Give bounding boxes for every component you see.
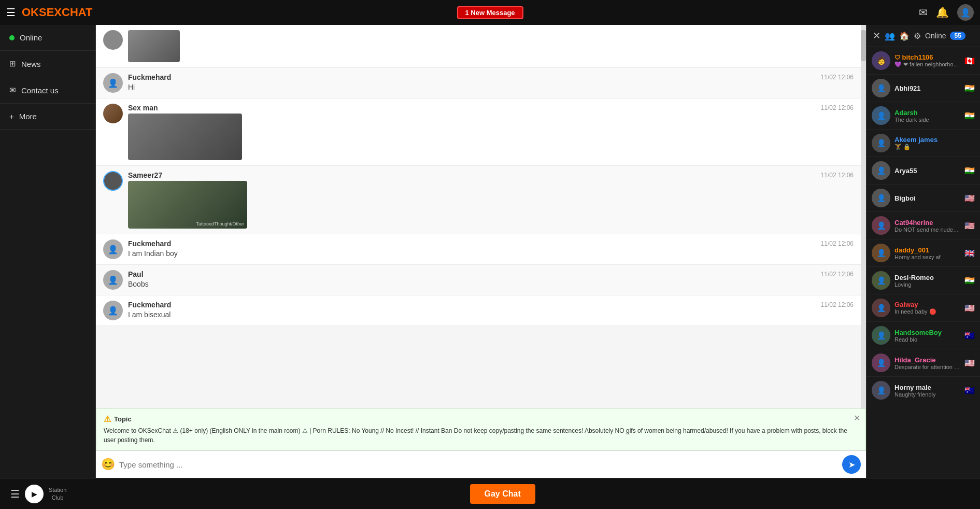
user-flag: 🇺🇸 xyxy=(964,303,975,313)
user-flag: 🇦🇺 xyxy=(964,331,975,341)
new-message-badge[interactable]: 1 New Message xyxy=(457,6,523,19)
message-image[interactable] xyxy=(128,30,180,62)
sidebar-item-news[interactable]: ⊞ News xyxy=(0,51,95,77)
msg-body: Fuckmehard 11/02 12:06 I am bisexual xyxy=(128,301,854,319)
sidebar: Online ⊞ News ✉ Contact us + More xyxy=(0,25,96,478)
msg-header: Sex man 11/02 12:06 xyxy=(128,104,854,112)
msg-text: I am Indian boy xyxy=(128,249,854,258)
play-button[interactable]: ▶ xyxy=(25,485,44,503)
user-avatar-icon[interactable]: 👤 xyxy=(957,4,974,21)
list-item[interactable]: 👤 Desi-Romeo Loving 🇮🇳 xyxy=(867,267,980,294)
logo[interactable]: OKSEXCHAT xyxy=(22,6,93,19)
msg-username[interactable]: Sex man xyxy=(128,104,158,112)
list-item[interactable]: 👤 Galway In need baby 🔴 🇺🇸 xyxy=(867,294,980,322)
msg-text: Hi xyxy=(128,83,854,91)
topic-banner: ⚠ Topic ✕ Welcome to OKSexChat ⚠ (18+ on… xyxy=(96,408,866,450)
msg-header: Fuckmehard 11/02 12:06 xyxy=(128,301,854,309)
user-name: daddy_001 xyxy=(894,246,960,254)
user-flag: 🇮🇳 xyxy=(964,83,975,93)
avatar: 👤 xyxy=(872,134,890,152)
sidebar-item-more[interactable]: + More xyxy=(0,104,95,130)
message-image[interactable]: TattooedThought/Other xyxy=(128,181,247,229)
user-flag: 🇨🇦 xyxy=(964,56,975,66)
avatar: 👤 xyxy=(103,239,123,259)
close-panel-icon[interactable]: ✕ xyxy=(873,30,880,41)
table-row: 👤 Paul 11/02 12:06 Boobs xyxy=(96,265,861,295)
user-info: Bigboi xyxy=(894,194,960,202)
msg-username[interactable]: Sameer27 xyxy=(128,171,162,179)
message-image[interactable] xyxy=(128,114,242,160)
user-flag: 🇬🇧 xyxy=(964,248,975,258)
online-count: 55 xyxy=(950,32,965,40)
news-icon: ⊞ xyxy=(9,59,16,68)
msg-username[interactable]: Fuckmehard xyxy=(128,301,171,309)
user-status: Naughty friendly xyxy=(894,391,960,398)
hamburger-icon[interactable]: ☰ xyxy=(6,6,16,19)
list-item[interactable]: 👤 HandsomeBoy Read bio 🇦🇺 xyxy=(867,322,980,349)
bottom-bar: ☰ ▶ Station Club Gay Chat xyxy=(0,478,980,509)
list-item[interactable]: 👤 Bigboi 🇺🇸 xyxy=(867,185,980,212)
online-dot-icon xyxy=(9,35,15,40)
content-area: 👤 Fuckmehard 11/02 12:06 Hi xyxy=(96,25,980,478)
list-item[interactable]: 👤 daddy_001 Horny and sexy af 🇬🇧 xyxy=(867,239,980,267)
home-icon[interactable]: 🏠 xyxy=(899,31,910,41)
station-label: Station Club xyxy=(49,486,66,501)
table-row: 👤 Fuckmehard 11/02 12:06 I am bisexual xyxy=(96,295,861,326)
emoji-button[interactable]: 😊 xyxy=(101,458,115,471)
users-icon[interactable]: 👥 xyxy=(885,31,895,41)
msg-body: Sex man 11/02 12:06 xyxy=(128,104,854,160)
msg-username[interactable]: Fuckmehard xyxy=(128,73,171,81)
sidebar-contact-label: Contact us xyxy=(21,86,59,95)
settings-icon[interactable]: ⚙ xyxy=(914,31,921,41)
avatar: 👤 xyxy=(872,381,890,400)
msg-body: Sameer27 11/02 12:06 TattooedThought/Oth… xyxy=(128,171,854,229)
gay-chat-button[interactable]: Gay Chat xyxy=(470,484,535,504)
user-info: Akeem james 🏋 🔒 xyxy=(894,136,971,150)
list-item[interactable]: 👤 Cat94herine Do NOT send me nudes pleas… xyxy=(867,212,980,239)
avatar: 👤 xyxy=(872,354,890,372)
user-name: HandsomeBoy xyxy=(894,329,960,336)
chat-input[interactable] xyxy=(119,460,838,469)
msg-username[interactable]: Fuckmehard xyxy=(128,239,171,248)
table-row xyxy=(96,25,861,68)
chat-messages[interactable]: 👤 Fuckmehard 11/02 12:06 Hi xyxy=(96,25,861,408)
msg-body: Fuckmehard 11/02 12:06 Hi xyxy=(128,73,854,91)
user-info: Desi-Romeo Loving xyxy=(894,274,960,288)
list-item[interactable]: 👤 Adarsh The dark side 🇮🇳 xyxy=(867,102,980,130)
topic-close-button[interactable]: ✕ xyxy=(854,413,860,423)
user-info: Cat94herine Do NOT send me nudes please! xyxy=(894,219,960,233)
topic-title: ⚠ Topic xyxy=(104,414,858,424)
list-item[interactable]: 👤 Abhi921 🇮🇳 xyxy=(867,75,980,102)
sidebar-item-online[interactable]: Online xyxy=(0,25,95,51)
settings-bottom-icon[interactable]: ☰ xyxy=(10,488,20,500)
msg-time: 11/02 12:06 xyxy=(821,240,854,247)
msg-text: I am bisexual xyxy=(128,310,854,319)
bell-icon[interactable]: 🔔 xyxy=(936,6,949,19)
msg-username[interactable]: Paul xyxy=(128,270,144,278)
avatar: 👤 xyxy=(103,73,123,93)
sidebar-item-contact[interactable]: ✉ Contact us xyxy=(0,77,95,104)
online-label: Online xyxy=(925,32,946,40)
msg-header: Sameer27 11/02 12:06 xyxy=(128,171,854,179)
avatar xyxy=(103,171,123,191)
list-item[interactable]: 👤 Hilda_Gracie Desparate for attention a… xyxy=(867,349,980,377)
user-status: Do NOT send me nudes please! xyxy=(894,227,960,233)
user-name: Abhi921 xyxy=(894,84,960,92)
scrollbar-thumb[interactable] xyxy=(861,30,866,61)
user-info: Galway In need baby 🔴 xyxy=(894,301,960,315)
avatar: 👤 xyxy=(872,161,890,180)
topic-label: Topic xyxy=(114,415,132,423)
user-flag: 🇮🇳 xyxy=(964,276,975,286)
mail-icon[interactable]: ✉ xyxy=(919,6,928,19)
header-right: ✉ 🔔 👤 xyxy=(919,4,974,21)
logo-ok: OK xyxy=(22,6,39,19)
msg-header: Paul 11/02 12:06 xyxy=(128,270,854,278)
list-item[interactable]: 👤 Horny male Naughty friendly 🇦🇺 xyxy=(867,377,980,404)
list-item[interactable]: 👤 Akeem james 🏋 🔒 xyxy=(867,130,980,157)
users-list[interactable]: 🧑 🛡 bitch1106 💜 ❤ fallen neighborhood...… xyxy=(867,47,980,478)
list-item[interactable]: 👤 Arya55 🇮🇳 xyxy=(867,157,980,185)
user-flag: 🇺🇸 xyxy=(964,221,975,231)
list-item[interactable]: 🧑 🛡 bitch1106 💜 ❤ fallen neighborhood...… xyxy=(867,47,980,75)
scrollbar-track[interactable] xyxy=(861,25,866,408)
send-button[interactable]: ➤ xyxy=(842,455,861,474)
